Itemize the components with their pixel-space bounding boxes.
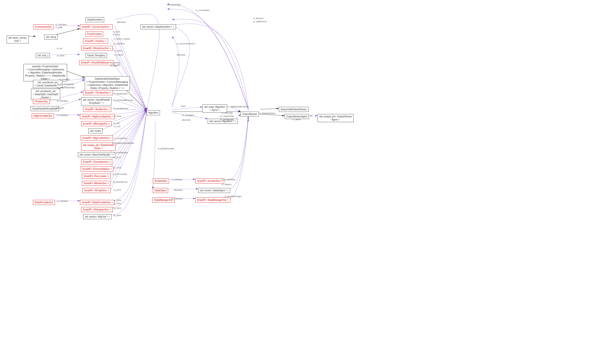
- node-std_unordered_set_DataHandle: std::unordered_set < Gaudi::DataHandle *…: [33, 80, 62, 88]
- edge-label-3: m_optItemList: [253, 20, 267, 23]
- edge-label-8: m_ECS: [113, 33, 120, 36]
- edge-label-55: m_interface: [171, 179, 183, 181]
- node-SmartIF_IRndmGenSvc: SmartIF< IRndmGenSvc >: [81, 46, 113, 51]
- edge-label-45: m_subAlgms: [182, 114, 194, 116]
- edge-label-38: m_DDS: [114, 199, 121, 202]
- edge-label-50: m_pConversionSvc: [177, 42, 195, 45]
- edge-label-17: m_WB: [114, 64, 120, 66]
- node-SmartIF_ITimelineSvc: SmartIF< ITimelineSvc >: [83, 90, 113, 95]
- edge-label-41: m_tools: [114, 214, 121, 217]
- node-std_map_Algorithm_Items: std::map< Algorithm *, Items >: [202, 105, 227, 113]
- node-std_vector_Algorithm: std::vector< Algorithm * >: [208, 119, 238, 124]
- node-EventContext: EventContext: [86, 32, 103, 36]
- node-IConversionSvc: IConversionSvc: [34, 24, 54, 29]
- edge-label-9: m_event_context: [114, 38, 130, 40]
- node-SmartIF_ISvcLocator: SmartIF< ISvcLocator >: [82, 174, 111, 179]
- edge-label-1: m_currentItem: [196, 9, 210, 12]
- edge-label-32: m_toolHandles: [114, 152, 128, 154]
- edge-label-14: m_hash: [57, 54, 64, 57]
- edge-label-48: m_requireAlgs: [220, 115, 234, 117]
- edge-label-10: m_ptoolSvc: [114, 42, 125, 45]
- node-IAlgExecStateSvc: IAlgExecStateSvc: [32, 113, 54, 118]
- node-std_mutex: std::mutex: [88, 128, 103, 133]
- node-std_unique_ptr_IDataHandleVisitor: std::unique_ptr< IDataHandle Visitor >: [81, 143, 115, 151]
- edge-label-44: m_algDependentItems: [227, 106, 249, 108]
- node-Algorithm: Algorithm: [147, 110, 160, 115]
- edge-label-23: m_interface: [57, 114, 68, 116]
- node-IIncidentSvc: IIncidentSvc: [153, 179, 169, 183]
- edge-label-25: m_toolHandleArrays: [114, 99, 133, 101]
- node-std_vector_DataStoreItem: std::vector< DataStoreItem * >: [140, 24, 176, 29]
- node-SmartIF_IConversionSvc: SmartIF< IConversionSvc >: [80, 24, 113, 29]
- edge-label-57: m_objects: [222, 183, 231, 185]
- node-SmartIF_INTupleSvc: SmartIF< INTupleSvc >: [82, 188, 111, 193]
- node-DataHandleHolderBase: DataHandleHolderBase < PropertyHolder< C…: [85, 76, 130, 91]
- node-SmartIF_IDataProviderSvc: SmartIF< IDataProviderSvc >: [80, 200, 115, 205]
- node-SmartIF_IExceptionSvc: SmartIF< IExceptionSvc >: [81, 159, 112, 164]
- edge-label-35: m_pSvcLocator: [112, 173, 127, 175]
- node-std_unordered_set_DataObjID: std::unordered_set < DataObjID, DataObjI…: [31, 89, 60, 100]
- edge-label-7: m_DCS: [113, 31, 120, 33]
- node-std_vector_IAlgTool: std::vector< IAlgTool * >: [83, 214, 112, 219]
- edge-label-30: m_contextSvc: [114, 137, 128, 139]
- edge-label-46: elements: [182, 119, 191, 121]
- node-GaudiHandleArrayBase: GaudiHandleArrayBase: [31, 106, 59, 111]
- node-SmartIF_IAlgContextSvc: SmartIF< IAlgContextSvc >: [81, 135, 113, 140]
- node-SmartIF_IHiveWhiteBoard: SmartIF< IHiveWhiteBoard >: [79, 60, 113, 65]
- node-GaudiStringKey: Gaudi::StringKey: [86, 53, 107, 58]
- edge-label-43: keys: [181, 105, 186, 107]
- node-SmartIF_IAlgExecStateSvc: SmartIF< IAlgExecStateSvc >: [80, 114, 115, 119]
- node-std_size_t: std::size_t: [36, 53, 50, 58]
- node-SmartIF_IDataManagerSvc: SmartIF< IDataManagerSvc >: [195, 198, 230, 203]
- edge-label-42: m_interface: [57, 200, 68, 202]
- edge-label-29: m_lock: [114, 125, 121, 128]
- edge-label-40: m_HDS: [114, 207, 121, 209]
- edge-label-5: m_interface: [55, 23, 67, 26]
- edge-label-4: elements: [117, 21, 126, 23]
- node-std_basic_string: std::basic_string< char >: [7, 35, 29, 43]
- node-std_vector_BaseToolHandle: std::vector< BaseToolHandle * >: [78, 152, 115, 157]
- node-ITimelineSvc: ITimelineSvc: [33, 99, 50, 104]
- node-std_vector_GaudiHandleArrayBase: std::vector< GaudiHandle ArrayBase * >: [81, 97, 111, 106]
- node-DataObject: DataObject: [153, 188, 168, 193]
- node-extends_PropertyHolder: extends< PropertyHolder < CommonMessagin…: [23, 64, 67, 81]
- node-SmartIF_IToolSvc: SmartIF< IToolSvc >: [83, 39, 108, 44]
- edge-label-28: m_MS: [114, 122, 120, 125]
- node-std_unique_ptr_OutputStreamAgent: std::unique_ptr< OutputStream Agent >: [317, 114, 354, 122]
- edge-label-52: m_OutputStream: [259, 112, 276, 114]
- node-IDataManagerSvc: IDataManagerSvc: [152, 198, 175, 203]
- node-SmartIF_IMonitorSvc: SmartIF< IMonitorSvc >: [82, 181, 111, 186]
- edge-label-51: elements: [177, 54, 186, 56]
- edge-label-61: m_pDataProvider: [158, 147, 174, 150]
- edge-label-26: m_pAuditorSvc: [114, 107, 128, 110]
- edge-label-12: m_name: [115, 54, 123, 56]
- edge-label-13: m_str: [57, 47, 62, 50]
- node-SmartIF_IAuditorSvc: SmartIF< IAuditorSvc >: [83, 107, 111, 112]
- node-SequentialOutputStream: SequentialOutputStream: [279, 107, 309, 112]
- node-SmartIF_IHistogramSvc: SmartIF< IHistogramSvc >: [81, 207, 113, 212]
- edge-label-6: m_path: [55, 26, 62, 29]
- node-std_string: std::string: [44, 35, 58, 40]
- edge-label-60: m_pDataManager: [224, 195, 242, 198]
- edge-label-34: m_CSS: [114, 166, 121, 169]
- edge-label-11: m_RGS: [115, 50, 122, 52]
- node-SmartIF_IChronoStatSvc: SmartIF< IChronoStatSvc >: [81, 166, 113, 172]
- edge-label-21: m_interface: [57, 100, 68, 102]
- edge-label-2: m_itemList: [253, 17, 263, 20]
- node-std_vector_DataObject: std::vector< DataObject * >: [198, 188, 230, 193]
- edge-label-39: m_EDS: [114, 202, 121, 205]
- edge-label-0: m_outputType: [167, 4, 181, 6]
- edge-label-36: m_pMonitorSvc: [113, 181, 128, 183]
- node-IDataProviderSvc: IDataProviderSvc: [33, 200, 55, 205]
- edge-label-24: m_timelineSvc: [114, 93, 128, 95]
- node-DataStoreItem: DataStoreItem: [86, 17, 104, 22]
- node-OutputStream: OutputStream: [241, 112, 259, 117]
- edge-label-54: ptr: [310, 114, 312, 117]
- node-OutputStreamAgent: OutputStreamAgent: [285, 114, 309, 119]
- edge-label-58: elements: [174, 189, 183, 191]
- diagram-container: AlgorithmDataStoreItemSmartIF< IConversi…: [0, 0, 594, 364]
- node-SmartIF_IMessageSvc: SmartIF< IMessageSvc >: [81, 121, 111, 126]
- node-SmartIF_IIncidentSvc: SmartIF< IIncidentSvc >: [195, 179, 224, 183]
- edge-label-37: m_NTS: [114, 189, 121, 191]
